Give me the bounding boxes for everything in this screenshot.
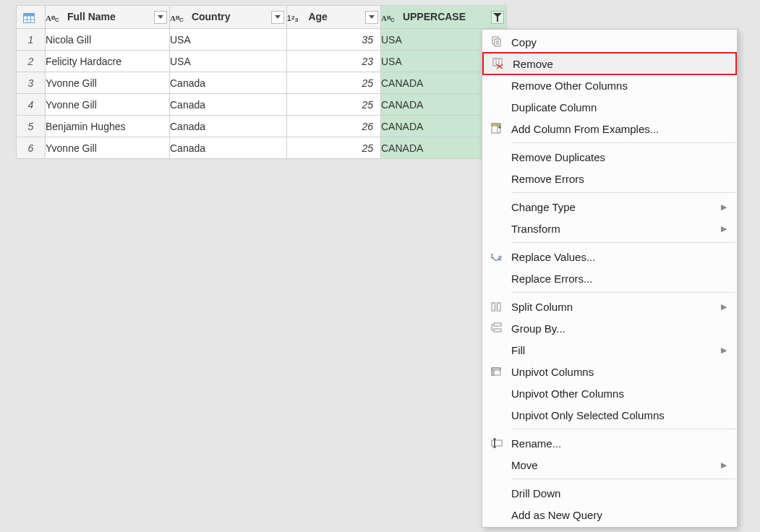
svg-rect-28 [492, 124, 500, 126]
menu-unpivot-other[interactable]: Unpivot Other Columns [482, 382, 737, 404]
cell-fullname[interactable]: Nicola Gill [46, 29, 170, 51]
svg-text:3: 3 [295, 17, 299, 23]
number-type-icon: 123 [287, 13, 302, 23]
filter-dropdown-button[interactable] [491, 11, 504, 24]
row-number[interactable]: 3 [17, 72, 46, 94]
menu-fill[interactable]: Fill ▶ [482, 339, 737, 361]
group-by-icon [491, 322, 503, 334]
svg-text:A: A [46, 14, 51, 22]
menu-replace-values[interactable]: 12 Replace Values... [482, 246, 737, 267]
svg-rect-39 [492, 368, 500, 370]
filter-dropdown-button[interactable] [365, 11, 378, 24]
svg-text:A: A [170, 14, 176, 22]
menu-drill-down[interactable]: Drill Down [482, 482, 737, 504]
cell-country[interactable]: Canada [170, 94, 287, 116]
column-header-uppercase[interactable]: ABC UPPERCASE [381, 6, 507, 29]
menu-change-type[interactable]: Change Type ▶ [482, 196, 737, 218]
menu-separator [511, 192, 735, 193]
menu-remove-duplicates[interactable]: Remove Duplicates [482, 146, 737, 168]
cell-country[interactable]: USA [170, 29, 287, 51]
svg-text:A: A [381, 14, 387, 22]
menu-separator [511, 292, 735, 293]
column-header-age[interactable]: 123 Age [287, 6, 381, 29]
row-number[interactable]: 6 [17, 137, 46, 159]
menu-split-column[interactable]: Split Column ▶ [482, 296, 737, 317]
cell-age[interactable]: 25 [287, 94, 381, 116]
cell-fullname[interactable]: Felicity Hardacre [46, 51, 170, 72]
menu-remove-errors[interactable]: Remove Errors [482, 168, 737, 189]
text-type-icon: ABC [46, 13, 60, 23]
menu-remove-other[interactable]: Remove Other Columns [482, 74, 737, 96]
table-row[interactable]: 3Yvonne GillCanada25CANADA [17, 72, 507, 94]
menu-transform[interactable]: Transform ▶ [482, 218, 737, 239]
filter-icon [493, 13, 502, 22]
cell-age[interactable]: 23 [287, 51, 381, 72]
menu-unpivot[interactable]: Unpivot Columns [482, 361, 737, 382]
menu-copy[interactable]: Copy [482, 31, 737, 53]
column-header-country[interactable]: ABC Country [170, 6, 287, 29]
cell-country[interactable]: USA [170, 51, 287, 72]
menu-add-from-examples[interactable]: Add Column From Examples... [482, 118, 737, 140]
cell-country[interactable]: Canada [170, 116, 287, 137]
cell-fullname[interactable]: Yvonne Gill [46, 72, 170, 94]
submenu-arrow-icon: ▶ [721, 202, 727, 212]
cell-age[interactable]: 26 [287, 116, 381, 137]
menu-unpivot-selected[interactable]: Unpivot Only Selected Columns [482, 404, 737, 426]
menu-separator [511, 479, 735, 479]
cell-age[interactable]: 25 [287, 137, 381, 159]
svg-rect-40 [492, 440, 502, 446]
replace-values-icon: 12 [490, 252, 503, 262]
header-row: ABC Full Name ABC Country 123 Age [17, 6, 507, 29]
column-label: Country [192, 11, 231, 22]
row-number[interactable]: 2 [17, 51, 46, 72]
menu-separator [511, 142, 735, 143]
rename-icon [491, 438, 503, 448]
svg-rect-1 [23, 13, 34, 16]
filter-dropdown-button[interactable] [271, 11, 284, 24]
menu-rename[interactable]: Rename... [482, 432, 737, 454]
cell-fullname[interactable]: Benjamin Hughes [46, 116, 170, 137]
svg-rect-32 [492, 303, 495, 311]
menu-replace-errors[interactable]: Replace Errors... [482, 267, 737, 289]
remove-column-icon [492, 58, 504, 69]
column-context-menu: Copy Remove Remove Other Columns Duplica… [482, 29, 738, 528]
chevron-down-icon [275, 15, 281, 19]
column-header-fullname[interactable]: ABC Full Name [46, 6, 170, 29]
svg-rect-35 [494, 323, 501, 326]
column-label: Full Name [67, 11, 116, 22]
menu-separator [511, 242, 735, 243]
table-row[interactable]: 1Nicola GillUSA35USA [17, 29, 507, 51]
cell-country[interactable]: Canada [170, 72, 287, 94]
table-row[interactable]: 5Benjamin HughesCanada26CANADA [17, 116, 507, 137]
submenu-arrow-icon: ▶ [721, 224, 727, 233]
row-number[interactable]: 5 [17, 116, 46, 137]
chevron-down-icon [158, 15, 163, 19]
table-row[interactable]: 2Felicity HardacreUSA23USA [17, 51, 507, 72]
menu-remove[interactable]: Remove [482, 52, 737, 75]
svg-rect-33 [498, 303, 500, 311]
cell-age[interactable]: 35 [287, 29, 381, 51]
cell-country[interactable]: Canada [170, 137, 287, 159]
menu-add-new-query[interactable]: Add as New Query [482, 504, 737, 525]
cell-fullname[interactable]: Yvonne Gill [46, 137, 170, 159]
column-label: UPPERCASE [403, 11, 466, 22]
menu-move[interactable]: Move ▶ [482, 454, 737, 476]
row-number[interactable]: 1 [17, 29, 46, 51]
select-all-corner[interactable] [17, 6, 46, 29]
menu-group-by[interactable]: Group By... [482, 317, 737, 339]
submenu-arrow-icon: ▶ [721, 346, 727, 355]
svg-text:C: C [179, 17, 184, 23]
chevron-down-icon [369, 15, 375, 19]
submenu-arrow-icon: ▶ [721, 302, 727, 312]
filter-dropdown-button[interactable] [154, 11, 167, 24]
svg-text:C: C [55, 17, 59, 23]
cell-age[interactable]: 25 [287, 72, 381, 94]
cell-fullname[interactable]: Yvonne Gill [46, 94, 170, 116]
column-label: Age [308, 11, 327, 22]
svg-text:C: C [390, 17, 395, 23]
menu-duplicate-column[interactable]: Duplicate Column [482, 96, 737, 118]
table-row[interactable]: 6Yvonne GillCanada25CANADA [17, 137, 507, 159]
row-number[interactable]: 4 [17, 94, 46, 116]
table-row[interactable]: 4Yvonne GillCanada25CANADA [17, 94, 507, 116]
submenu-arrow-icon: ▶ [721, 460, 727, 470]
